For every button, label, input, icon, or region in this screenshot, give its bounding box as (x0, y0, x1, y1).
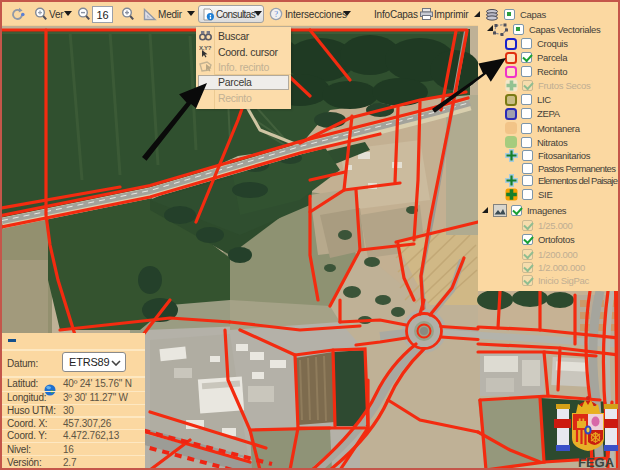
svg-text:?: ? (274, 9, 278, 19)
svg-text:FEGA: FEGA (578, 455, 615, 468)
svg-text:X,Y?: X,Y? (199, 45, 212, 51)
